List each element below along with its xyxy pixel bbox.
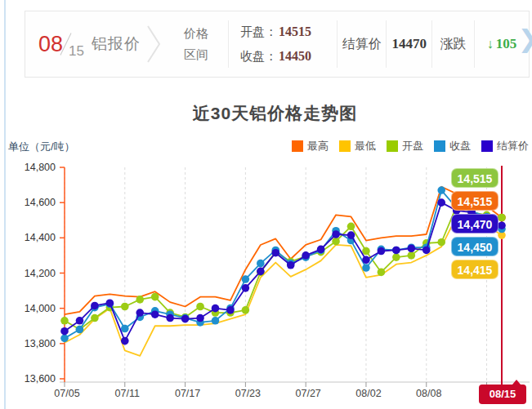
data-point-settle	[422, 247, 431, 255]
data-point-open	[378, 269, 386, 277]
price-badge: 14,470	[451, 214, 498, 233]
today-date-badge: 08/15	[479, 385, 526, 404]
price-badge: 14,515	[451, 191, 498, 211]
y-axis-label: 14,000	[25, 303, 56, 314]
data-point-close	[212, 317, 220, 325]
data-point-settle	[408, 244, 416, 252]
data-point-open	[408, 251, 416, 260]
data-point-settle	[151, 310, 159, 318]
x-axis-label: 07/27	[296, 388, 321, 399]
data-point-settle	[498, 221, 506, 229]
data-point-settle	[181, 315, 190, 323]
data-point-open	[437, 238, 445, 247]
data-point-settle	[347, 231, 355, 239]
y-axis-label: 14,800	[25, 162, 56, 173]
data-point-open	[121, 303, 129, 311]
x-axis-label: 07/11	[115, 388, 140, 399]
x-axis-label: 08/02	[355, 388, 381, 399]
data-point-settle	[271, 249, 279, 257]
y-axis-label: 14,400	[25, 232, 56, 243]
data-point-settle	[226, 306, 235, 314]
data-point-settle	[242, 284, 250, 292]
data-point-open	[392, 253, 400, 261]
x-axis-label: 07/05	[54, 388, 79, 399]
data-point-settle	[136, 309, 144, 317]
series-line-high	[65, 187, 502, 314]
data-point-close	[437, 186, 445, 194]
data-point-settle	[378, 247, 386, 256]
data-point-settle	[106, 299, 114, 307]
price-badge: 14,450	[451, 237, 498, 256]
y-axis-label: 13,800	[25, 338, 56, 349]
data-point-settle	[76, 317, 84, 325]
data-point-settle	[212, 305, 220, 313]
series-line-open	[65, 206, 502, 329]
data-point-settle	[60, 327, 69, 336]
data-point-settle	[121, 337, 129, 345]
data-point-settle	[362, 256, 370, 265]
data-point-settle	[257, 268, 265, 276]
series-line-low	[65, 216, 502, 356]
data-point-close	[60, 335, 69, 343]
data-point-open	[136, 296, 144, 304]
data-point-open	[91, 314, 99, 322]
data-point-open	[242, 306, 250, 314]
data-point-settle	[91, 302, 99, 310]
data-point-settle	[287, 261, 295, 269]
data-point-close	[242, 275, 250, 283]
data-point-open	[151, 293, 159, 301]
data-point-close	[76, 326, 84, 334]
price-badge: 14,415	[451, 260, 498, 279]
x-axis-label: 07/23	[235, 388, 261, 399]
data-point-settle	[302, 251, 310, 260]
data-point-open	[347, 223, 355, 231]
data-point-close	[362, 264, 370, 272]
data-point-settle	[196, 314, 204, 322]
data-point-open	[498, 214, 506, 222]
data-point-open	[196, 303, 204, 311]
x-axis-label: 07/17	[175, 388, 200, 399]
data-point-settle	[437, 198, 445, 207]
x-axis-label: 08/08	[416, 388, 441, 399]
data-point-open	[332, 238, 340, 246]
y-axis-label: 13,600	[25, 373, 56, 385]
y-axis-label: 14,200	[25, 268, 56, 279]
series-line-settle	[65, 202, 502, 340]
series-line-close	[65, 190, 502, 338]
price-badge: 14,515	[451, 168, 498, 188]
data-point-close	[121, 325, 129, 333]
data-point-close	[257, 260, 265, 268]
data-point-open	[60, 317, 69, 325]
data-point-settle	[332, 230, 340, 238]
data-point-settle	[317, 246, 325, 254]
y-axis-label: 14,600	[25, 197, 56, 208]
data-point-settle	[392, 247, 400, 255]
page-container: 08 15 铝报价 价格 区间 开盘：14515 收盘：14450 结算价 14…	[0, 0, 532, 409]
data-point-settle	[166, 314, 174, 322]
data-point-open	[362, 247, 370, 256]
